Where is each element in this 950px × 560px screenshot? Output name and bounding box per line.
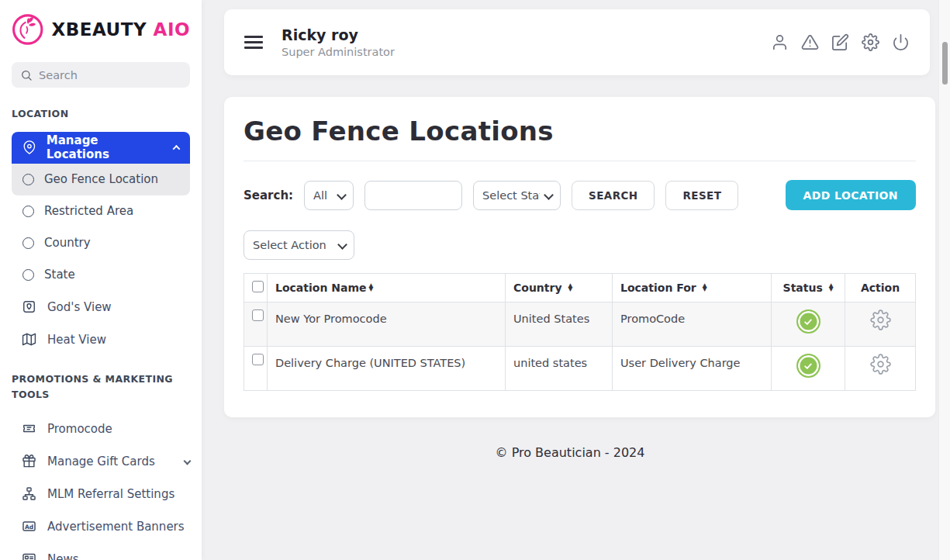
alert-icon[interactable] (801, 33, 819, 51)
user-name: Ricky roy (282, 26, 395, 43)
status-select-input[interactable]: Select Status (473, 181, 561, 210)
cell-location-name: Delivery Charge (UNITED STATES) (268, 347, 506, 391)
sidebar-item-geo-fence-location[interactable]: Geo Fence Location (12, 164, 190, 195)
sidebar-item-promocode[interactable]: Promocode (0, 413, 202, 445)
search-icon (20, 69, 33, 81)
row-checkbox[interactable] (252, 309, 264, 321)
search-keyword-input[interactable] (364, 181, 462, 210)
cell-location-name: New Yor Promocode (268, 302, 506, 347)
cell-location-for: PromoCode (613, 302, 772, 347)
power-logout-icon[interactable] (892, 33, 910, 51)
status-active-icon[interactable] (796, 354, 820, 378)
main-area: Ricky roy Super Administrator Geo Fence … (202, 0, 938, 560)
map-pin-icon (22, 140, 36, 154)
sort-icon[interactable] (703, 284, 707, 291)
column-location-name[interactable]: Location Name (268, 274, 506, 302)
ticket-icon (22, 421, 36, 436)
sidebar: XBEAUTY AIO LOCATION Manage Locations Ge… (0, 0, 202, 560)
search-field-select-input[interactable]: All (304, 181, 354, 210)
gift-icon (22, 454, 36, 468)
sort-icon[interactable] (368, 284, 373, 291)
folded-map-icon (22, 332, 36, 347)
search-field-select[interactable]: All (304, 181, 354, 210)
column-country[interactable]: Country (506, 274, 613, 302)
table-row: New Yor Promocode United States PromoCod… (244, 302, 916, 347)
brand-name: XBEAUTY AIO (51, 19, 190, 40)
bulk-action-select-input[interactable]: Select Action (244, 230, 354, 260)
hamburger-menu-icon[interactable] (244, 36, 263, 49)
newspaper-icon (22, 551, 36, 560)
table-header-row: Location Name Country Location For Statu… (244, 274, 916, 302)
brand-logo-icon (12, 11, 43, 48)
column-action: Action (845, 274, 916, 302)
copyright-text: © Pro Beautician - 2024 (202, 445, 938, 460)
sidebar-item-news[interactable]: News (0, 543, 202, 560)
sidebar-item-mlm-referral-settings[interactable]: MLM Referral Settings (0, 478, 202, 510)
circle-icon (22, 174, 34, 185)
add-location-button[interactable]: ADD LOCATION (786, 180, 916, 210)
status-select[interactable]: Select Status (473, 181, 561, 210)
bulk-action-select[interactable]: Select Action (244, 230, 354, 260)
chevron-up-icon (173, 145, 181, 153)
sort-icon[interactable] (829, 284, 834, 291)
page-title: Geo Fence Locations (244, 116, 916, 161)
cell-location-for: User Delivery Charge (613, 347, 772, 391)
sidebar-item-manage-locations[interactable]: Manage Locations (12, 132, 190, 164)
sidebar-search-input[interactable] (39, 69, 181, 81)
sidebar-section-promotions: PROMOTIONS & MARKETING TOOLS (12, 372, 176, 403)
sidebar-item-label: Manage Locations (47, 133, 164, 161)
locations-table: Location Name Country Location For Statu… (244, 273, 916, 391)
sidebar-item-advertisement-banners[interactable]: Advertisement Banners (0, 510, 202, 543)
sidebar-item-country[interactable]: Country (12, 227, 190, 259)
search-label: Search: (244, 188, 293, 202)
row-checkbox[interactable] (252, 354, 264, 365)
circle-icon (22, 237, 34, 249)
settings-gear-icon[interactable] (862, 33, 879, 51)
sidebar-item-state[interactable]: State (12, 259, 190, 291)
sort-icon[interactable] (568, 284, 572, 291)
page-scrollbar-track (938, 0, 950, 560)
reset-button[interactable]: RESET (665, 181, 738, 210)
content-panel: Geo Fence Locations Search: All Select S… (224, 97, 935, 417)
sidebar-item-manage-gift-cards[interactable]: Manage Gift Cards (0, 445, 202, 478)
user-icon[interactable] (771, 33, 789, 51)
sidebar-item-heat-view[interactable]: Heat View (0, 323, 202, 356)
cell-country: united states (506, 347, 613, 391)
user-role: Super Administrator (282, 46, 395, 58)
circle-icon (22, 269, 34, 281)
top-header: Ricky roy Super Administrator (224, 9, 930, 75)
column-status[interactable]: Status (772, 274, 845, 302)
ad-icon (22, 519, 36, 534)
circle-icon (22, 206, 34, 217)
table-row: Delivery Charge (UNITED STATES) united s… (244, 347, 916, 391)
sidebar-section-location: LOCATION (12, 106, 176, 123)
column-location-for[interactable]: Location For (613, 274, 772, 302)
sidebar-item-gods-view[interactable]: God's View (0, 291, 202, 323)
brand-logo[interactable]: XBEAUTY AIO (0, 0, 202, 51)
user-info[interactable]: Ricky roy Super Administrator (282, 26, 395, 58)
chevron-down-icon (184, 458, 192, 465)
sidebar-search (12, 62, 190, 88)
row-settings-gear-icon[interactable] (870, 354, 891, 375)
cell-country: United States (506, 302, 613, 347)
edit-form-icon[interactable] (831, 33, 849, 51)
pin-map-icon (22, 299, 36, 314)
sidebar-item-restricted-area[interactable]: Restricted Area (12, 195, 190, 227)
sitemap-icon (22, 486, 36, 501)
select-all-checkbox[interactable] (252, 281, 264, 292)
page-scrollbar-thumb[interactable] (942, 42, 948, 85)
search-button[interactable]: SEARCH (572, 181, 655, 210)
status-active-icon[interactable] (796, 309, 820, 334)
row-settings-gear-icon[interactable] (870, 309, 891, 330)
